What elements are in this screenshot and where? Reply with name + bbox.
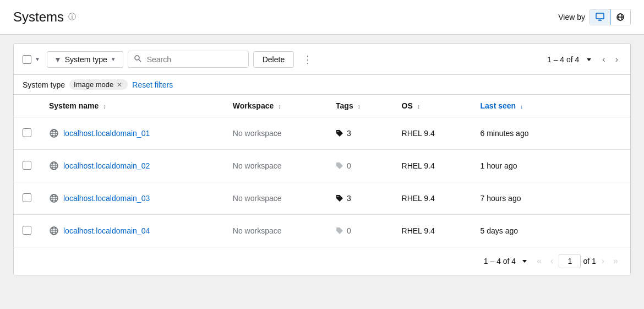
svg-point-26 xyxy=(337,196,339,197)
row-last-seen-cell-3: 5 days ago xyxy=(472,215,574,247)
svg-point-32 xyxy=(337,229,339,230)
row-actions-cell-2: ⋮ xyxy=(574,182,630,215)
header-last-seen[interactable]: Last seen ↓ xyxy=(472,95,574,117)
title-text: Systems xyxy=(13,9,64,25)
svg-point-14 xyxy=(337,131,339,132)
per-page-dropdown[interactable] xyxy=(582,54,596,65)
row-checkbox-cell xyxy=(14,182,40,215)
view-toggle-group xyxy=(590,9,631,25)
page-input[interactable] xyxy=(559,254,581,268)
svg-point-6 xyxy=(135,56,139,60)
svg-marker-33 xyxy=(522,260,527,263)
row-last-seen-cell-1: 1 hour ago xyxy=(472,150,574,182)
row-workspace-cell-0: No workspace xyxy=(224,117,327,150)
filter-btn[interactable]: ▼ System type ▼ xyxy=(47,51,123,68)
row-name-cell: localhost.localdomain_03 xyxy=(40,182,224,215)
bottom-per-page-chevron xyxy=(522,258,527,264)
name-sort-icon: ↕ xyxy=(103,103,106,110)
row-checkbox-3[interactable] xyxy=(23,226,31,235)
header-checkbox-col xyxy=(14,95,40,117)
bottom-pagination: 1 – 4 of 4 « ‹ of 1 › » xyxy=(14,247,630,275)
filter-chip-group-label: System type xyxy=(23,80,65,89)
tag-icon-0 xyxy=(336,129,343,137)
filter-chevron-icon: ▼ xyxy=(111,56,116,62)
row-tags-cell-1: 0 xyxy=(327,150,392,182)
row-name-cell: localhost.localdomain_02 xyxy=(40,150,224,182)
table-header: System name ↕ Workspace ↕ Tags ↕ OS ↕ xyxy=(14,95,630,117)
filter-icon: ▼ xyxy=(54,55,62,64)
toolbar-kebab-btn[interactable]: ⋮ xyxy=(298,51,317,68)
row-actions-cell-3: ⋮ xyxy=(574,215,630,247)
search-btn[interactable] xyxy=(128,51,147,67)
of-label: of 1 xyxy=(583,257,596,265)
row-checkbox-cell xyxy=(14,215,40,247)
header-workspace[interactable]: Workspace ↕ xyxy=(224,95,327,117)
row-checkbox-0[interactable] xyxy=(23,128,31,137)
systems-table: System name ↕ Workspace ↕ Tags ↕ OS ↕ xyxy=(14,95,630,247)
header-os[interactable]: OS ↕ xyxy=(393,95,472,117)
system-icon-3 xyxy=(49,226,59,236)
first-page-btn[interactable]: « xyxy=(533,254,545,268)
system-icon-1 xyxy=(49,161,59,171)
search-icon xyxy=(134,55,141,62)
main-content: ▼ ▼ System type ▼ Delete ⋮ xyxy=(0,35,644,284)
filter-label: System type xyxy=(65,55,107,64)
tags-sort-icon: ↕ xyxy=(358,103,361,110)
select-dropdown-btn[interactable]: ▼ xyxy=(32,55,42,63)
monitor-view-btn[interactable] xyxy=(590,9,610,25)
svg-line-7 xyxy=(139,59,141,62)
toolbar: ▼ ▼ System type ▼ Delete ⋮ xyxy=(14,44,630,75)
toolbar-pagination-summary: 1 – 4 of 4 ‹ › xyxy=(547,52,621,67)
delete-button[interactable]: Delete xyxy=(253,51,294,68)
view-by-label: View by xyxy=(558,13,585,21)
filter-chips-row: System type Image mode ✕ Reset filters xyxy=(14,75,630,95)
header-system-name[interactable]: System name ↕ xyxy=(40,95,224,117)
row-os-cell-0: RHEL 9.4 xyxy=(393,117,472,150)
content-card: ▼ ▼ System type ▼ Delete ⋮ xyxy=(13,44,631,275)
reset-filters-btn[interactable]: Reset filters xyxy=(132,80,173,89)
prev-page-btn-top[interactable]: ‹ xyxy=(599,52,608,67)
system-icon-2 xyxy=(49,193,59,203)
globe-view-btn[interactable] xyxy=(610,9,630,25)
table-row: localhost.localdomain_04 No workspace 0 … xyxy=(14,215,630,247)
monitor-icon xyxy=(596,13,604,21)
table-row: localhost.localdomain_02 No workspace 0 … xyxy=(14,150,630,182)
header-actions-col xyxy=(574,95,630,117)
workspace-sort-icon: ↕ xyxy=(278,103,281,110)
filter-chip: Image mode ✕ xyxy=(69,79,128,90)
system-name-link-3[interactable]: localhost.localdomain_04 xyxy=(49,226,215,236)
help-icon[interactable]: ⓘ xyxy=(68,12,76,22)
row-os-cell-1: RHEL 9.4 xyxy=(393,150,472,182)
per-page-chevron-icon xyxy=(586,57,592,62)
row-name-cell: localhost.localdomain_04 xyxy=(40,215,224,247)
last-seen-sort-icon: ↓ xyxy=(520,103,523,110)
table-body: localhost.localdomain_01 No workspace 3 … xyxy=(14,117,630,247)
row-checkbox-1[interactable] xyxy=(23,161,31,170)
chip-close-btn[interactable]: ✕ xyxy=(116,81,123,89)
row-tags-cell-0: 3 xyxy=(327,117,392,150)
search-input[interactable] xyxy=(147,52,248,67)
toolbar-record-range: 1 – 4 of 4 xyxy=(547,55,579,64)
system-name-link-2[interactable]: localhost.localdomain_03 xyxy=(49,193,215,203)
next-page-btn-top[interactable]: › xyxy=(612,52,621,67)
table-row: localhost.localdomain_03 No workspace 3 … xyxy=(14,182,630,215)
search-wrapper xyxy=(128,51,249,68)
chip-value: Image mode xyxy=(74,80,113,89)
bottom-per-page-dropdown[interactable] xyxy=(518,256,531,267)
system-name-link-0[interactable]: localhost.localdomain_01 xyxy=(49,128,215,138)
select-all-area: ▼ xyxy=(23,55,42,64)
view-by-section: View by xyxy=(558,9,631,25)
system-name-link-1[interactable]: localhost.localdomain_02 xyxy=(49,161,215,171)
row-os-cell-2: RHEL 9.4 xyxy=(393,182,472,215)
page-title: Systems ⓘ xyxy=(13,9,76,25)
prev-page-btn-bottom[interactable]: ‹ xyxy=(547,254,556,268)
row-actions-cell-1: ⋮ xyxy=(574,150,630,182)
header-tags[interactable]: Tags ↕ xyxy=(327,95,392,117)
next-page-btn-bottom[interactable]: › xyxy=(598,254,608,268)
os-sort-icon: ↕ xyxy=(417,103,421,110)
row-checkbox-2[interactable] xyxy=(23,193,31,202)
row-actions-cell-0: ⋮ xyxy=(574,117,630,150)
last-page-btn[interactable]: » xyxy=(610,254,621,268)
row-name-cell: localhost.localdomain_01 xyxy=(40,117,224,150)
select-all-checkbox[interactable] xyxy=(23,55,31,64)
